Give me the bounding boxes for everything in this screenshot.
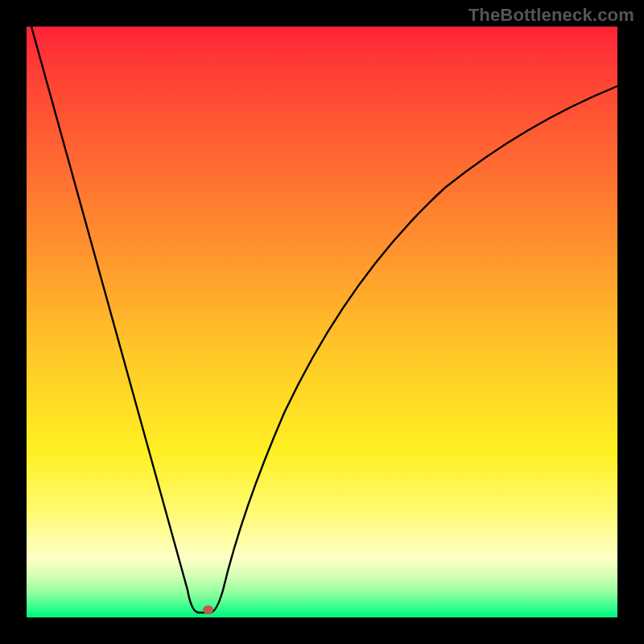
- curve-path: [31, 27, 617, 613]
- plot-area: [27, 27, 617, 617]
- minimum-marker: [203, 605, 213, 614]
- chart-frame: TheBottleneck.com: [0, 0, 644, 644]
- bottleneck-curve: [27, 27, 617, 617]
- watermark-text: TheBottleneck.com: [469, 5, 634, 26]
